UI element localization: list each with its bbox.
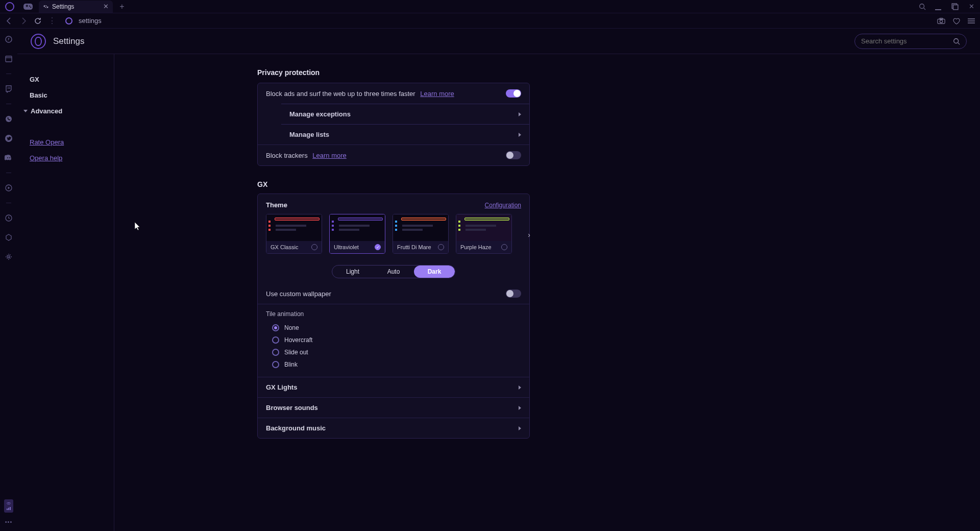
search-settings-field[interactable]	[854, 34, 967, 49]
mode-auto-button[interactable]: Auto	[373, 266, 414, 278]
minimize-button[interactable]	[935, 3, 942, 10]
tile-anim-option-0[interactable]: None	[272, 322, 521, 334]
theme-card-3[interactable]: Purple Haze	[456, 214, 512, 254]
row-manage-lists[interactable]: Manage lists	[281, 124, 529, 144]
radio-icon	[272, 361, 279, 368]
svg-line-24	[958, 42, 960, 44]
snapshot-icon[interactable]	[937, 17, 945, 25]
mods-icon[interactable]	[4, 233, 13, 242]
link-configuration[interactable]: Configuration	[485, 202, 521, 209]
history-icon[interactable]	[4, 213, 13, 223]
svg-point-5	[940, 20, 942, 22]
link-learn-more-ads[interactable]: Learn more	[420, 90, 454, 98]
mode-light-button[interactable]: Light	[332, 266, 373, 278]
close-window-button[interactable]: ✕	[968, 3, 975, 10]
svg-rect-21	[8, 508, 9, 511]
svg-rect-22	[10, 507, 11, 510]
settings-icon[interactable]	[4, 252, 13, 261]
gx-games-icon[interactable]	[23, 3, 33, 10]
row-manage-exceptions[interactable]: Manage exceptions	[281, 104, 529, 124]
twitter-icon[interactable]	[4, 134, 13, 143]
search-input[interactable]	[861, 37, 949, 45]
browser-tab[interactable]: Settings ✕	[39, 1, 113, 13]
reload-button[interactable]	[34, 17, 42, 25]
block-trackers-label: Block trackers	[266, 152, 308, 159]
row-browser-sounds[interactable]: Browser sounds	[258, 397, 529, 418]
theme-mode-segment: Light Auto Dark	[258, 258, 529, 283]
forward-button[interactable]	[19, 17, 28, 25]
theme-radio[interactable]	[438, 244, 444, 250]
row-block-trackers: Block trackers Learn more	[258, 144, 529, 165]
svg-point-16	[9, 157, 10, 158]
link-learn-more-trackers[interactable]: Learn more	[312, 152, 346, 159]
tile-anim-option-1[interactable]: Hovercraft	[272, 334, 521, 346]
opera-gx-icon[interactable]	[5, 2, 14, 11]
manage-exceptions-label: Manage exceptions	[289, 110, 351, 118]
theme-card-1[interactable]: Ultraviolet	[329, 214, 385, 254]
discord-icon[interactable]	[4, 153, 13, 162]
sidebar-item-label: Advanced	[31, 107, 62, 115]
easy-setup-icon[interactable]	[968, 18, 975, 24]
block-ads-label: Block ads and surf the web up to three t…	[266, 90, 415, 98]
gx-corner-icon[interactable]	[4, 35, 13, 44]
new-tab-button[interactable]: +	[116, 1, 128, 13]
radio-label: Blink	[284, 361, 298, 368]
toggle-block-ads[interactable]	[506, 89, 521, 98]
themes-next-button[interactable]: ›	[528, 231, 530, 239]
maximize-button[interactable]	[951, 3, 959, 10]
player-icon[interactable]	[4, 183, 13, 192]
rail-separator	[6, 74, 11, 74]
mode-dark-button[interactable]: Dark	[414, 266, 455, 278]
site-identity-icon[interactable]	[65, 17, 72, 25]
chevron-right-icon	[519, 133, 521, 137]
connection-speed-icon[interactable]	[4, 499, 13, 513]
radio-icon	[272, 324, 279, 331]
browser-sounds-label: Browser sounds	[266, 404, 318, 412]
theme-card-2[interactable]: Frutti Di Mare	[393, 214, 449, 254]
search-tabs-icon[interactable]	[919, 3, 926, 10]
twitch-icon[interactable]	[4, 84, 13, 93]
theme-name: Frutti Di Mare	[397, 244, 431, 250]
heart-icon[interactable]	[952, 17, 961, 25]
gear-icon	[43, 4, 49, 10]
toggle-block-trackers[interactable]	[506, 151, 521, 159]
whatsapp-icon[interactable]	[4, 114, 13, 124]
titlebar: Settings ✕ + ✕	[0, 0, 980, 13]
opera-icon	[31, 34, 46, 49]
back-button[interactable]	[5, 17, 13, 25]
gx-lights-label: GX Lights	[266, 383, 297, 391]
svg-point-19	[8, 256, 10, 258]
theme-radio[interactable]	[375, 244, 381, 250]
row-gx-lights[interactable]: GX Lights	[258, 377, 529, 397]
caret-down-icon	[23, 110, 28, 112]
more-sidebar-icon[interactable]: •••	[5, 519, 13, 525]
radio-icon	[272, 336, 279, 344]
settings-header: Settings	[17, 29, 980, 54]
section-title-gx: GX	[257, 180, 960, 188]
rail-separator	[6, 203, 11, 203]
search-icon	[953, 38, 960, 45]
calendar-icon[interactable]	[4, 54, 13, 63]
chevron-right-icon	[519, 406, 521, 410]
sidebar-item-basic[interactable]: Basic	[30, 87, 105, 103]
link-rate-opera[interactable]: Rate Opera	[30, 135, 105, 149]
tile-anim-option-2[interactable]: Slide out	[272, 346, 521, 358]
main-content: Privacy protection Block ads and surf th…	[114, 54, 980, 531]
row-background-music[interactable]: Background music	[258, 418, 529, 438]
sidebar-app-rail: •••	[0, 29, 17, 531]
page-title: Settings	[53, 36, 84, 46]
sidebar-item-gx[interactable]: GX	[30, 71, 105, 87]
settings-sidebar: GX Basic Advanced Rate Opera Opera help	[17, 54, 114, 531]
link-opera-help[interactable]: Opera help	[30, 151, 105, 165]
url-text[interactable]: settings	[79, 17, 102, 25]
tile-animation-label: Tile animation	[266, 310, 304, 318]
theme-name: GX Classic	[271, 244, 298, 250]
theme-card-0[interactable]: GX Classic	[266, 214, 322, 254]
chevron-right-icon	[519, 426, 521, 430]
sidebar-item-advanced[interactable]: Advanced	[23, 103, 105, 119]
theme-radio[interactable]	[501, 244, 507, 250]
theme-radio[interactable]	[311, 244, 317, 250]
tile-anim-option-3[interactable]: Blink	[272, 358, 521, 371]
close-tab-icon[interactable]: ✕	[103, 3, 109, 10]
toggle-custom-wallpaper[interactable]	[506, 289, 521, 298]
